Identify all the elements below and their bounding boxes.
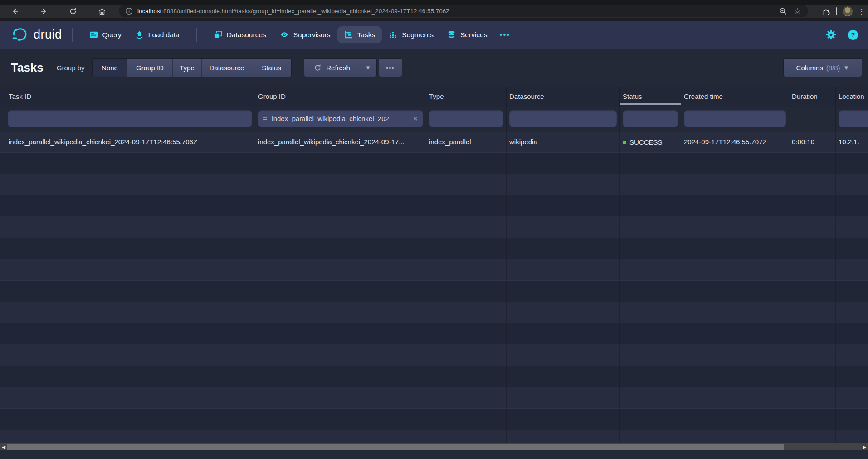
reload-icon[interactable]: [67, 5, 79, 17]
profile-avatar[interactable]: [843, 6, 853, 16]
refresh-button-group: Refresh ▼: [304, 59, 376, 77]
cell-empty: [681, 174, 789, 195]
column-header-datasource[interactable]: Datasource: [507, 87, 620, 107]
column-header-created_time[interactable]: Created time: [681, 87, 789, 107]
help-icon[interactable]: ?: [848, 30, 858, 40]
group-by-status[interactable]: Status: [252, 59, 291, 77]
cell-datasource[interactable]: wikipedia: [507, 132, 620, 152]
chevron-down-icon: ▼: [365, 64, 371, 71]
tasks-table: Task IDGroup IDTypeDatasourceStatusCreat…: [0, 87, 868, 443]
cell-empty: [0, 302, 255, 323]
home-icon[interactable]: [96, 5, 108, 17]
cell-empty: [255, 345, 426, 366]
table-row-empty: [0, 366, 868, 387]
cell-task_id[interactable]: index_parallel_wikipedia_chicnkei_2024-0…: [0, 132, 255, 152]
cell-empty: [255, 174, 426, 195]
columns-button[interactable]: Columns (8/8) ▼: [784, 59, 862, 77]
query-icon: [89, 30, 98, 39]
nav-item-segments[interactable]: Segments: [382, 26, 440, 43]
scroll-right-icon[interactable]: ▶: [861, 443, 868, 450]
cell-empty: [789, 302, 836, 323]
nav-item-datasources[interactable]: Datasources: [207, 26, 273, 43]
druid-logo[interactable]: druid: [11, 26, 62, 44]
group-by-button-group: NoneGroup IDTypeDatasourceStatus: [93, 59, 291, 77]
cell-empty: [0, 323, 255, 344]
chevron-down-icon: ▼: [844, 64, 849, 71]
status-text: SUCCESS: [629, 132, 663, 152]
horizontal-scrollbar[interactable]: ◀ ▶: [0, 443, 868, 450]
cell-empty: [255, 387, 426, 408]
nav-item-supervisors[interactable]: Supervisors: [273, 26, 337, 43]
filter-cell-datasource: [507, 107, 620, 132]
group-by-type[interactable]: Type: [173, 59, 202, 77]
cell-empty: [789, 217, 836, 238]
cell-type[interactable]: index_parallel: [426, 132, 507, 152]
back-icon[interactable]: [9, 5, 21, 17]
group-by-none[interactable]: None: [93, 59, 127, 77]
filter-input-type[interactable]: [429, 110, 503, 127]
cell-empty: [836, 281, 868, 302]
refresh-interval-dropdown[interactable]: ▼: [360, 59, 376, 77]
cell-empty: [0, 281, 255, 302]
view-header: Tasks Group by NoneGroup IDTypeDatasourc…: [0, 49, 868, 87]
cell-status[interactable]: SUCCESS: [620, 132, 681, 152]
nav-item-load-data[interactable]: Load data: [128, 26, 186, 43]
filter-cell-created_time: [681, 107, 789, 132]
cell-empty: [255, 281, 426, 302]
group-by-datasource[interactable]: Datasource: [202, 59, 252, 77]
filter-input-status[interactable]: [623, 110, 678, 127]
filter-chip-group_id[interactable]: =index_parallel_wikipedia_chicnkei_202✕: [258, 110, 423, 127]
site-info-icon[interactable]: [125, 7, 133, 15]
cell-empty: [426, 217, 507, 238]
url-bar[interactable]: localhost:8888/unified-console.html#task…: [119, 5, 808, 17]
forward-icon[interactable]: [38, 5, 50, 17]
cell-created_time[interactable]: 2024-09-17T12:46:55.707Z: [681, 132, 789, 152]
table-row-empty: [0, 387, 868, 409]
nav-item-tasks[interactable]: Tasks: [337, 26, 382, 43]
refresh-button[interactable]: Refresh: [304, 59, 360, 77]
column-header-location[interactable]: Location: [836, 87, 868, 107]
cell-duration[interactable]: 0:00:10: [789, 132, 836, 152]
cell-empty: [836, 409, 868, 430]
scroll-left-icon[interactable]: ◀: [0, 443, 7, 450]
filter-input-task_id[interactable]: [8, 110, 252, 127]
nav-item-query[interactable]: Query: [83, 26, 128, 43]
cell-location[interactable]: 10.2.1.: [836, 132, 868, 152]
cell-empty: [836, 174, 868, 195]
more-actions-button[interactable]: •••: [379, 59, 402, 77]
cell-empty: [836, 238, 868, 259]
group-by-group-id[interactable]: Group ID: [127, 59, 173, 77]
extensions-puzzle-icon[interactable]: [822, 7, 831, 16]
filter-cell-status: [620, 107, 681, 132]
nav-item-services[interactable]: Services: [440, 26, 494, 43]
cell-empty: [426, 302, 507, 323]
clear-filter-icon[interactable]: ✕: [409, 115, 418, 123]
bookmark-star-icon[interactable]: ☆: [794, 7, 801, 15]
filter-input-created_time[interactable]: [684, 110, 786, 127]
column-header-group_id[interactable]: Group ID: [255, 87, 426, 107]
database-icon: [447, 30, 456, 39]
cell-empty: [681, 430, 789, 443]
cell-empty: [836, 259, 868, 280]
cell-empty: [789, 345, 836, 366]
filter-input-location[interactable]: [839, 110, 868, 127]
column-header-type[interactable]: Type: [426, 87, 507, 107]
window-top-strip: [0, 0, 868, 5]
column-header-status[interactable]: Status: [620, 87, 681, 107]
table-filter-row: =index_parallel_wikipedia_chicnkei_202✕: [0, 107, 868, 132]
cell-group_id[interactable]: index_parallel_wikipedia_chicnkei_2024-0…: [255, 132, 426, 152]
scrollbar-thumb[interactable]: [7, 444, 784, 450]
browser-menu-icon[interactable]: ⋮: [858, 7, 865, 16]
cell-empty: [836, 217, 868, 238]
settings-gear-icon[interactable]: [826, 29, 836, 40]
cell-empty: [789, 281, 836, 302]
filter-chip-value: index_parallel_wikipedia_chicnkei_202: [272, 115, 389, 122]
cell-empty: [426, 195, 507, 216]
cell-empty: [426, 366, 507, 387]
column-header-duration[interactable]: Duration: [789, 87, 836, 107]
filter-input-datasource[interactable]: [509, 110, 617, 127]
column-header-task_id[interactable]: Task ID: [0, 87, 255, 107]
zoom-page-icon[interactable]: [779, 7, 787, 15]
navbar-more-button[interactable]: •••: [494, 27, 516, 43]
columns-count: (8/8): [826, 64, 840, 72]
